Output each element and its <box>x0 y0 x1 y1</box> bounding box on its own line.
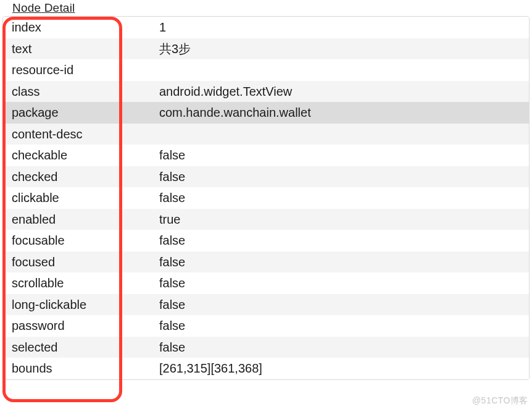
property-value: [261,315][361,368] <box>154 362 529 374</box>
property-value: false <box>154 149 529 161</box>
property-value: false <box>154 171 529 183</box>
property-value: false <box>154 192 529 204</box>
property-key: index <box>3 21 154 33</box>
property-key: scrollable <box>3 277 154 289</box>
property-row[interactable]: selectedfalse <box>3 337 529 358</box>
property-row[interactable]: content-desc <box>3 124 529 145</box>
property-value: 1 <box>154 21 529 33</box>
property-key: text <box>3 43 154 55</box>
properties-table: index1text共3步resource-idclassandroid.wid… <box>2 16 530 380</box>
property-key: enabled <box>3 213 154 226</box>
property-key: bounds <box>3 362 154 374</box>
panel-title: Node Detail <box>0 0 532 16</box>
property-key: class <box>3 85 154 98</box>
property-value: false <box>154 234 529 247</box>
property-key: package <box>3 106 154 119</box>
property-row[interactable]: enabledtrue <box>3 209 529 230</box>
property-key: focused <box>3 256 154 268</box>
property-value: com.hande.wanchain.wallet <box>154 106 529 119</box>
property-value: false <box>154 298 529 311</box>
property-row[interactable]: checkablefalse <box>3 145 529 166</box>
property-value: false <box>154 341 529 353</box>
property-key: password <box>3 319 154 332</box>
property-row[interactable]: focusablefalse <box>3 230 529 251</box>
property-row[interactable]: bounds[261,315][361,368] <box>3 358 529 379</box>
property-key: long-clickable <box>3 298 154 311</box>
property-key: clickable <box>3 192 154 204</box>
watermark-text: @51CTO博客 <box>472 395 528 407</box>
node-detail-panel: Node Detail index1text共3步resource-idclas… <box>0 0 532 409</box>
property-row[interactable]: packagecom.hande.wanchain.wallet <box>3 102 529 124</box>
property-row[interactable]: clickablefalse <box>3 187 529 209</box>
property-row[interactable]: checkedfalse <box>3 166 529 188</box>
property-value: false <box>154 277 529 289</box>
property-key: focusable <box>3 234 154 247</box>
property-row[interactable]: passwordfalse <box>3 315 529 337</box>
property-value: 共3步 <box>154 43 529 55</box>
property-value: android.widget.TextView <box>154 85 529 98</box>
property-row[interactable]: long-clickablefalse <box>3 294 529 316</box>
property-value: false <box>154 319 529 332</box>
property-value: true <box>154 213 529 226</box>
property-key: checked <box>3 171 154 183</box>
property-row[interactable]: index1 <box>3 17 529 38</box>
property-row[interactable]: resource-id <box>3 59 529 81</box>
property-key: selected <box>3 341 154 353</box>
property-key: content-desc <box>3 128 154 140</box>
property-key: checkable <box>3 149 154 161</box>
property-row[interactable]: text共3步 <box>3 38 529 60</box>
property-row[interactable]: classandroid.widget.TextView <box>3 81 529 103</box>
property-key: resource-id <box>3 64 154 76</box>
property-value: false <box>154 256 529 268</box>
property-row[interactable]: scrollablefalse <box>3 272 529 294</box>
property-row[interactable]: focusedfalse <box>3 251 529 273</box>
